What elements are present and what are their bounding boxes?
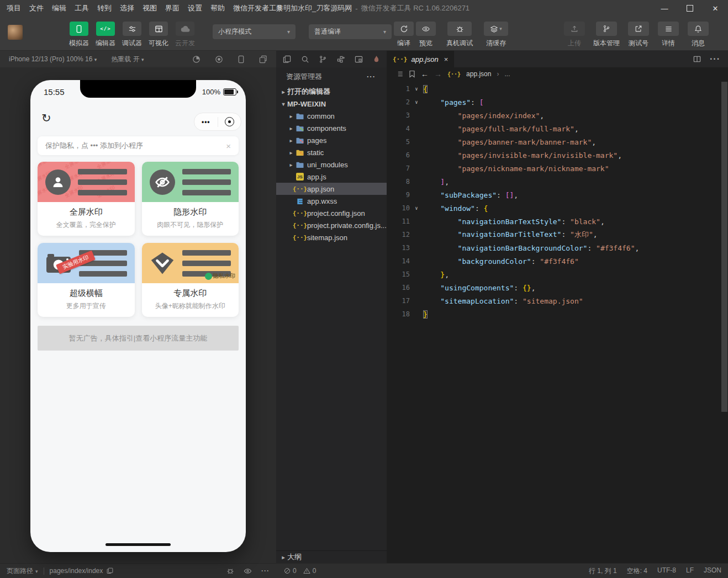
files-icon[interactable] (283, 55, 291, 63)
more-small-icon[interactable]: ··· (261, 567, 270, 575)
external-button[interactable]: 测试号 (627, 22, 650, 48)
code-line[interactable]: 10∨"window": { (387, 201, 728, 215)
code-line[interactable]: 8], (387, 175, 728, 188)
tree-item-common[interactable]: ▸common (276, 110, 387, 122)
tree-item-sitemap-json[interactable]: {··}sitemap.json (276, 231, 387, 243)
eol-setting[interactable]: LF (686, 566, 694, 576)
menu-item-2[interactable]: 编辑 (52, 3, 66, 13)
tab-close-icon[interactable]: × (444, 55, 449, 63)
code-line[interactable]: 18} (387, 307, 728, 321)
language-mode[interactable]: JSON (704, 566, 721, 576)
rotate-device-icon[interactable] (238, 55, 245, 63)
encoding[interactable]: UTF-8 (657, 566, 676, 576)
cursor-position[interactable]: 行 1, 列 1 (589, 566, 617, 576)
close-button[interactable]: ✕ (703, 0, 728, 17)
git-branch-icon[interactable] (319, 55, 327, 63)
compile-button[interactable]: 编译 (393, 22, 415, 48)
close-capsule-button[interactable] (218, 117, 241, 126)
code-line[interactable]: 16"usingComponents": {}, (387, 281, 728, 294)
mode-dropdown[interactable]: 小程序模式 ▾ (213, 24, 296, 39)
code-line[interactable]: 11"navigationBarTextStyle": "black", (387, 215, 728, 228)
page-path-dropdown[interactable]: 页面路径▾ (7, 566, 38, 576)
user-avatar[interactable] (8, 25, 23, 40)
bookmark-icon[interactable] (409, 70, 415, 78)
outline-list-icon[interactable] (395, 70, 403, 78)
preview-button[interactable]: 预览 (415, 22, 437, 48)
tree-item-app-json[interactable]: {··}app.json (276, 183, 387, 195)
tree-item-components[interactable]: ▸components (276, 122, 387, 134)
device-debug-button[interactable]: 真机调试 (444, 22, 476, 48)
code-line[interactable]: 14"backgroundColor": "#f3f4f6" (387, 254, 728, 268)
menu-button[interactable]: 详情 (657, 22, 679, 48)
menu-item-4[interactable]: 转到 (97, 3, 112, 13)
preview-panel-icon[interactable] (355, 55, 363, 63)
tune-button[interactable]: 调试器 (119, 22, 145, 48)
code-line[interactable]: 15}, (387, 268, 728, 281)
watermark-card-4[interactable]: 隐私水印专属水印头像+昵称就能制作水印 (142, 243, 239, 317)
code-content[interactable]: 1∨{2∨"pages": [3"pages/index/index",4"pa… (387, 81, 728, 321)
minimize-button[interactable]: — (652, 0, 677, 17)
tree-section-mp-weixin[interactable]: ▾MP-WEIXIN (276, 98, 387, 110)
code-line[interactable]: 4"pages/full-mark/full-mark", (387, 122, 728, 135)
menu-item-7[interactable]: 界面 (165, 3, 180, 13)
menu-item-8[interactable]: 设置 (188, 3, 202, 13)
extensions-icon[interactable] (337, 55, 345, 63)
code-line[interactable]: 3"pages/index/index", (387, 109, 728, 122)
code-line[interactable]: 7"pages/nickname-mark/nickname-mark" (387, 162, 728, 175)
code-line[interactable]: 17"sitemapLocation": "sitemap.json" (387, 294, 728, 307)
tree-item-pages[interactable]: ▸pages (276, 134, 387, 146)
tab-app-json[interactable]: {··} app.json × (387, 51, 454, 67)
detach-window-icon[interactable] (259, 55, 267, 63)
code-line[interactable]: 9"subPackages": [], (387, 188, 728, 201)
breadcrumb-more[interactable]: ... (504, 70, 510, 78)
menu-item-0[interactable]: 项目 (7, 3, 21, 13)
more-actions-icon[interactable]: ··· (710, 54, 720, 64)
grid-button[interactable]: 可视化 (145, 22, 172, 48)
hot-reload-toggle[interactable]: 热重载 开 ▾ (111, 55, 144, 64)
watermark-card-1[interactable]: 全屏水印全屏水印全屏水印全屏水印全屏水印全屏水印全屏水印全屏水印全屏水印全屏水印… (38, 162, 135, 236)
eye-small-icon[interactable] (244, 567, 252, 575)
tree-section--[interactable]: ▸打开的编辑器 (276, 86, 387, 98)
tree-item-uni-modules[interactable]: ▸uni_modules (276, 158, 387, 171)
tree-item-project-config-json[interactable]: {··}project.config.json (276, 207, 387, 219)
warning-count[interactable]: 0 (303, 567, 316, 575)
branch-button[interactable]: 版本管理 (593, 22, 620, 48)
menu-item-3[interactable]: 工具 (75, 3, 89, 13)
copy-path-icon[interactable] (107, 568, 113, 574)
menu-item-5[interactable]: 选择 (120, 3, 134, 13)
nav-back-icon[interactable]: ← (421, 70, 429, 78)
tree-item-project-private-config-js-[interactable]: {··}project.private.config.js... (276, 219, 387, 231)
error-count[interactable]: 0 (284, 567, 297, 575)
debug-small-icon[interactable] (226, 567, 234, 575)
npm-flame-icon[interactable] (373, 55, 380, 63)
indent-setting[interactable]: 空格: 4 (627, 566, 647, 576)
menu-item-1[interactable]: 文件 (29, 3, 44, 13)
tree-item-app-wxss[interactable]: app.wxss (276, 195, 387, 207)
code-line[interactable]: 5"pages/banner-mark/banner-mark", (387, 135, 728, 149)
compile-mode-dropdown[interactable]: 普通编译 ▾ (309, 24, 392, 39)
record-icon[interactable] (215, 55, 223, 63)
watermark-card-3[interactable]: 实验用水印超级横幅更多用于宣传 (38, 243, 135, 317)
code-editor[interactable]: ← → {··} app.json › ... 1∨{2∨"pages": [3… (387, 67, 728, 563)
network-throttle-icon[interactable] (192, 55, 201, 63)
reload-icon[interactable]: ↻ (41, 112, 51, 124)
cloud-button[interactable]: 云开发 (172, 22, 198, 48)
maximize-button[interactable] (677, 0, 703, 17)
bell-button[interactable]: 消息 (687, 22, 709, 48)
device-selector[interactable]: iPhone 12/13 (Pro) 100% 16 ▾ (9, 55, 97, 63)
code-line[interactable]: 13"navigationBarBackgroundColor": "#f3f4… (387, 241, 728, 254)
nav-forward-icon[interactable]: → (434, 70, 442, 78)
code-line[interactable]: 6"pages/invisible-mark/invisible-mark", (387, 149, 728, 162)
tree-item-app-js[interactable]: JSapp.js (276, 171, 387, 183)
explorer-more-icon[interactable]: ··· (367, 72, 376, 81)
code-line[interactable]: 2∨"pages": [ (387, 96, 728, 109)
outline-section[interactable]: ▸ 大纲 (276, 550, 387, 563)
menu-item-9[interactable]: 帮助 (210, 3, 225, 13)
code-line[interactable]: 12"navigationBarTitleText": "水印", (387, 228, 728, 241)
menu-item-6[interactable]: 视图 (143, 3, 157, 13)
breadcrumb-file[interactable]: app.json (466, 70, 491, 78)
search-icon[interactable] (301, 55, 309, 63)
code-line[interactable]: 1∨{ (387, 82, 728, 96)
editor-scrollbar[interactable] (721, 82, 727, 412)
code-button[interactable]: </>编辑器 (92, 22, 119, 48)
